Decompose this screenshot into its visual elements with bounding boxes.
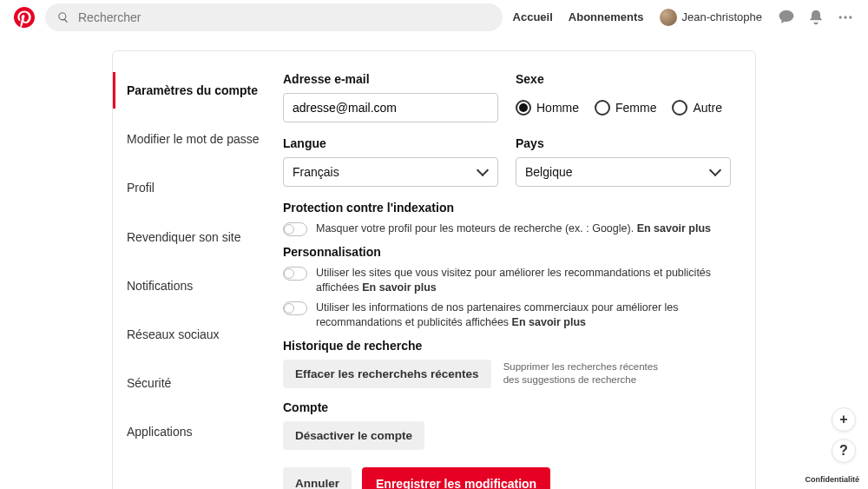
email-label: Adresse e-mail: [283, 72, 498, 86]
messages-icon[interactable]: [778, 9, 795, 26]
help-button[interactable]: ?: [832, 439, 856, 463]
sidebar-item-apps[interactable]: Applications: [113, 413, 275, 450]
nav-home[interactable]: Accueil: [513, 10, 553, 23]
floating-buttons: + ?: [832, 407, 856, 463]
header-nav: Accueil Abonnements Jean-christophe: [513, 9, 854, 26]
svg-point-1: [844, 16, 846, 18]
sidebar-item-account[interactable]: Paramètres du compte: [113, 72, 275, 109]
user-name: Jean-christophe: [682, 10, 763, 23]
email-field[interactable]: [283, 93, 498, 122]
indexing-toggle[interactable]: [283, 222, 307, 236]
gender-label: Sexe: [516, 72, 731, 86]
settings-card: Paramètres du compte Modifier le mot de …: [112, 50, 756, 489]
indexing-text: Masquer votre profil pour les moteurs de…: [316, 221, 731, 236]
personalization-title: Personnalisation: [283, 245, 731, 259]
language-select[interactable]: Français: [283, 157, 498, 187]
personalization-toggle-1[interactable]: [283, 267, 307, 281]
indexing-title: Protection contre l'indexation: [283, 201, 731, 215]
personalization-toggle-2[interactable]: [283, 301, 307, 315]
settings-sidebar: Paramètres du compte Modifier le mot de …: [113, 51, 276, 489]
add-button[interactable]: +: [832, 407, 856, 432]
gender-radio-other[interactable]: Autre: [672, 100, 721, 116]
search-bar[interactable]: [45, 3, 503, 31]
account-title: Compte: [283, 400, 731, 414]
pers2-learn-more[interactable]: En savoir plus: [512, 316, 586, 328]
svg-point-0: [839, 16, 842, 18]
gender-radio-female[interactable]: Femme: [595, 100, 656, 116]
sidebar-item-profile[interactable]: Profil: [113, 169, 275, 206]
notifications-icon[interactable]: [807, 9, 825, 26]
country-select[interactable]: Belgique: [516, 157, 731, 187]
more-icon[interactable]: [837, 9, 854, 26]
history-title: Historique de recherche: [283, 339, 731, 353]
settings-content: Adresse e-mail Sexe Homme Femme Autre La…: [276, 51, 755, 489]
gender-radio-male[interactable]: Homme: [516, 100, 579, 116]
language-label: Langue: [283, 136, 498, 150]
search-input[interactable]: [78, 10, 490, 24]
pinterest-logo-icon[interactable]: [14, 7, 35, 28]
indexing-learn-more[interactable]: En savoir plus: [637, 222, 711, 235]
svg-point-2: [849, 16, 852, 18]
cancel-button[interactable]: Annuler: [283, 467, 352, 490]
country-label: Pays: [516, 136, 731, 150]
history-description: Supprimer les recherches récentes des su…: [503, 360, 668, 387]
save-button[interactable]: Enregistrer les modification: [362, 467, 550, 490]
privacy-link[interactable]: Confidentialité: [806, 475, 860, 484]
sidebar-item-social[interactable]: Réseaux sociaux: [113, 316, 275, 353]
app-header: Accueil Abonnements Jean-christophe: [0, 0, 868, 35]
personalization-text-2: Utiliser les informations de nos partena…: [316, 301, 731, 330]
pers1-learn-more[interactable]: En savoir plus: [362, 281, 436, 294]
deactivate-account-button[interactable]: Désactiver le compte: [283, 421, 424, 450]
sidebar-item-claim[interactable]: Revendiquer son site: [113, 219, 275, 255]
personalization-text-1: Utiliser les sites que vous visitez pour…: [316, 266, 731, 295]
sidebar-item-notifications[interactable]: Notifications: [113, 268, 275, 304]
clear-history-button[interactable]: Effacer les recherchehs récentes: [283, 360, 491, 388]
search-icon: [57, 11, 69, 23]
avatar: [660, 9, 677, 26]
user-chip[interactable]: Jean-christophe: [660, 9, 763, 26]
sidebar-item-password[interactable]: Modifier le mot de passe: [113, 121, 275, 157]
sidebar-item-security[interactable]: Sécurité: [113, 365, 275, 401]
nav-subscriptions[interactable]: Abonnements: [569, 10, 644, 23]
